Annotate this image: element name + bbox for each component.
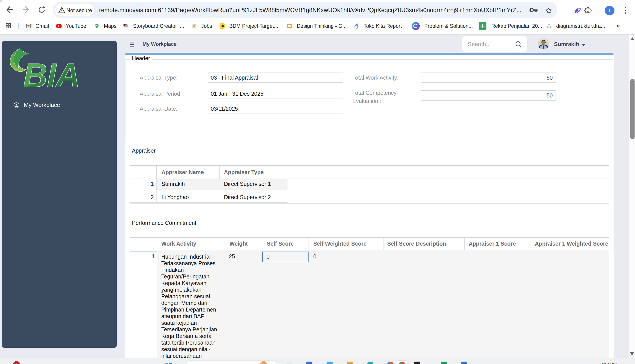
svg-text:BIA: BIA [23, 56, 80, 90]
